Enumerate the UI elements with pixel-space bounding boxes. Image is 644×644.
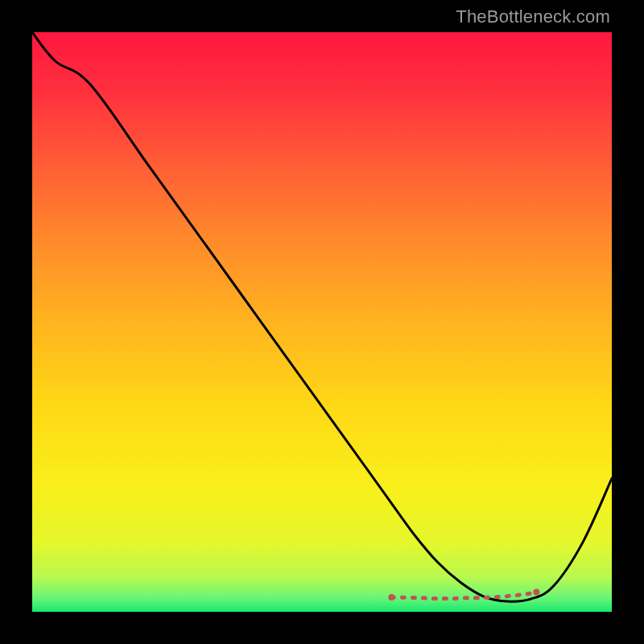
chart-frame: TheBottleneck.com [0,0,644,644]
optimal-zone-line [391,592,536,599]
plot-area [32,32,612,612]
optimal-zone-dots [388,589,539,601]
optimal-zone-end-dot [533,589,539,596]
optimal-zone-end-dot [388,594,394,601]
watermark-text: TheBottleneck.com [456,6,610,27]
bottleneck-curve-svg [32,32,612,612]
bottleneck-curve-path [32,32,612,601]
